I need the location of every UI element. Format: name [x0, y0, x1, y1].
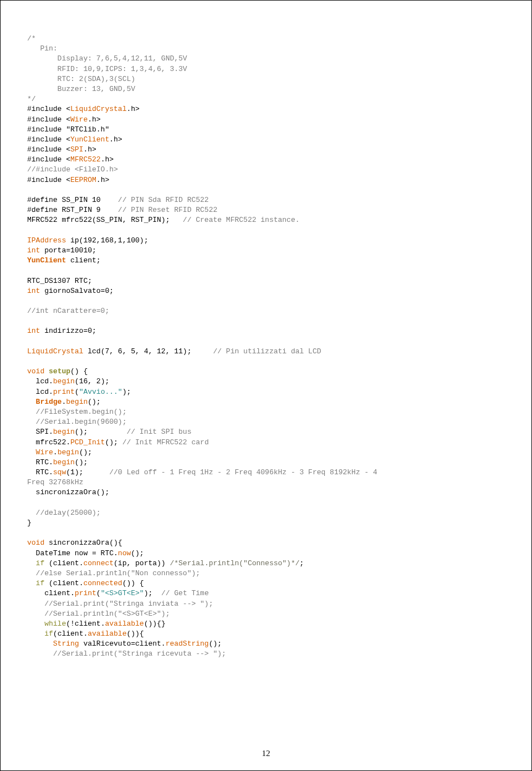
comment: /*Serial.println("Connesso")*/: [170, 559, 299, 567]
comment: // Create MFRC522 instance.: [183, 216, 300, 224]
method: begin: [53, 428, 75, 436]
page-number: 12: [1, 748, 531, 759]
code-text: (: [96, 589, 101, 597]
code-text: .h>: [126, 105, 139, 113]
method: begin: [53, 458, 75, 466]
keyword: if: [36, 579, 45, 587]
type: IPAddress: [27, 236, 66, 245]
code-text: ()) {: [122, 579, 144, 587]
code-text: DateTime now = RTC.: [27, 549, 118, 557]
code-text: client;: [66, 256, 100, 265]
code-text: .h>: [83, 145, 96, 154]
type: Bridge: [36, 398, 62, 406]
string: "Avvio...": [79, 388, 122, 396]
comment: */: [27, 95, 36, 103]
code-text: #include <: [27, 135, 70, 144]
keyword: int: [27, 246, 40, 255]
code-text: #include "RTClib.h": [27, 125, 109, 134]
code-text: [44, 367, 49, 376]
code-text: sincronizzaOra(){: [44, 539, 122, 547]
method: print: [75, 589, 96, 597]
code-text: }: [27, 519, 32, 527]
type: MFRC522: [70, 155, 101, 164]
code-text: ();: [209, 640, 222, 648]
comment: Buzzer: 13, GND,5V: [27, 85, 135, 93]
code-text: ();: [105, 438, 122, 447]
method: available: [105, 620, 144, 628]
code-text: .h>: [96, 176, 109, 184]
comment: Freq 32768kHz: [27, 478, 83, 486]
code-text: (client.: [44, 579, 83, 587]
code-text: () {: [70, 367, 88, 376]
comment: //Serial.print("Stringa inviata --> ");: [27, 600, 213, 608]
code-text: RTC.: [27, 458, 53, 466]
code-text: [27, 579, 36, 587]
code-text: #define RST_PIN 9: [27, 206, 118, 214]
comment: // Init SPI bus: [126, 428, 191, 436]
code-text: lcd.: [27, 377, 53, 385]
code-text: porta=10010;: [40, 246, 96, 255]
code-text: SPI.: [27, 428, 53, 436]
code-text: );: [144, 589, 161, 597]
code-text: );: [122, 388, 131, 396]
comment: //Serial.print("Stringa ricevuta --> ");: [27, 650, 226, 658]
code-text: #include <: [27, 155, 70, 164]
code-block: /* Pin: Display: 7,6,5,4,12,11, GND,5V R…: [27, 34, 505, 660]
keyword: int: [27, 287, 40, 295]
code-text: (client.: [53, 630, 88, 638]
code-text: (!client.: [66, 620, 105, 628]
type: YunClient: [70, 135, 109, 144]
code-text: giornoSalvato=0;: [40, 287, 114, 295]
comment: Display: 7,6,5,4,12,11, GND,5V: [27, 54, 187, 63]
comment: //#include <FileIO.h>: [27, 165, 118, 174]
code-text: [27, 398, 36, 406]
code-text: #include <: [27, 105, 70, 113]
comment: // PIN Reset RFID RC522: [118, 206, 217, 214]
keyword: void: [27, 367, 44, 376]
method: connect: [83, 559, 114, 567]
code-text: #include <: [27, 176, 70, 184]
type: String: [53, 640, 79, 648]
code-text: ();: [131, 549, 144, 557]
document-page: /* Pin: Display: 7,6,5,4,12,11, GND,5V R…: [0, 0, 532, 771]
code-text: lcd(7, 6, 5, 4, 12, 11);: [83, 347, 213, 356]
code-text: [27, 630, 44, 638]
code-text: (1);: [66, 468, 109, 476]
type: LiquidCrystal: [27, 347, 83, 356]
method: PCD_Init: [70, 438, 105, 447]
comment: // Init MFRC522 card: [122, 438, 209, 447]
keyword: void: [27, 539, 44, 547]
code-text: (ip, porta)): [114, 559, 170, 567]
comment: // PIN Sda RFID RC522: [118, 196, 209, 204]
code-text: ;: [300, 559, 304, 567]
code-text: mfrc522.: [27, 438, 70, 447]
code-text: (client.: [44, 559, 83, 567]
code-text: #include <: [27, 115, 70, 124]
code-text: valRicevuto=client.: [79, 640, 166, 648]
type: YunClient: [27, 256, 66, 265]
method: readString: [166, 640, 209, 648]
method: now: [118, 549, 131, 557]
code-text: (16, 2);: [75, 377, 109, 385]
keyword: if: [44, 630, 53, 638]
code-text: lcd.: [27, 388, 53, 396]
code-text: ip(192,168,1,100);: [66, 236, 148, 245]
method: begin: [53, 377, 75, 385]
comment: RTC: 2(SDA),3(SCL): [27, 75, 135, 83]
comment: /*: [27, 34, 36, 43]
code-text: RTC.: [27, 468, 53, 476]
method: begin: [58, 448, 79, 456]
code-text: ()){: [126, 630, 144, 638]
code-text: RTC_DS1307 RTC;: [27, 277, 92, 285]
type: Wire: [36, 448, 53, 456]
type: LiquidCrystal: [70, 105, 126, 113]
code-text: .: [53, 448, 58, 456]
comment: // Pin utilizzati dal LCD: [213, 347, 321, 356]
keyword: int: [27, 327, 40, 335]
code-text: client.: [27, 589, 75, 597]
comment: //FileSystem.begin();: [27, 408, 126, 416]
code-text: (: [75, 388, 79, 396]
method: connected: [83, 579, 122, 587]
comment: //0 Led off - 1 Freq 1Hz - 2 Freq 4096kH…: [109, 468, 381, 476]
code-text: ();: [88, 398, 100, 406]
